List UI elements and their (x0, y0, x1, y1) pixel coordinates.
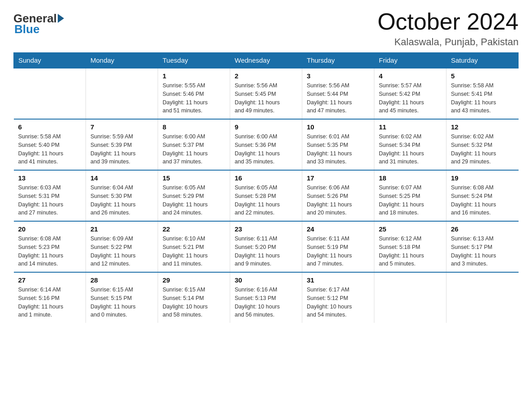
day-info: Sunrise: 6:08 AMSunset: 5:23 PMDaylight:… (18, 235, 82, 268)
calendar-week-0: 1Sunrise: 5:55 AMSunset: 5:46 PMDaylight… (14, 68, 519, 119)
calendar-cell: 8Sunrise: 6:00 AMSunset: 5:37 PMDaylight… (158, 119, 230, 170)
day-number: 28 (90, 276, 153, 284)
calendar-week-2: 13Sunrise: 6:03 AMSunset: 5:31 PMDayligh… (14, 170, 519, 221)
calendar-cell: 5Sunrise: 5:58 AMSunset: 5:41 PMDaylight… (446, 68, 519, 119)
day-info: Sunrise: 6:07 AMSunset: 5:25 PMDaylight:… (379, 184, 442, 217)
day-number: 24 (307, 225, 369, 233)
calendar-cell (86, 68, 158, 119)
calendar-cell: 1Sunrise: 5:55 AMSunset: 5:46 PMDaylight… (158, 68, 230, 119)
day-number: 21 (90, 225, 153, 233)
day-number: 6 (18, 123, 82, 131)
page-header: General Blue October 2024 Kalaswala, Pun… (13, 9, 519, 48)
day-info: Sunrise: 6:02 AMSunset: 5:32 PMDaylight:… (451, 133, 514, 166)
day-info: Sunrise: 5:56 AMSunset: 5:44 PMDaylight:… (307, 81, 369, 115)
calendar-cell: 26Sunrise: 6:13 AMSunset: 5:17 PMDayligh… (446, 221, 519, 272)
calendar-cell: 12Sunrise: 6:02 AMSunset: 5:32 PMDayligh… (446, 119, 519, 170)
day-number: 14 (90, 174, 153, 182)
day-number: 20 (18, 225, 82, 233)
day-info: Sunrise: 6:09 AMSunset: 5:22 PMDaylight:… (90, 235, 153, 268)
day-info: Sunrise: 5:57 AMSunset: 5:42 PMDaylight:… (379, 81, 442, 115)
calendar-cell: 27Sunrise: 6:14 AMSunset: 5:16 PMDayligh… (14, 272, 86, 323)
day-number: 16 (235, 174, 297, 182)
calendar-cell: 25Sunrise: 6:12 AMSunset: 5:18 PMDayligh… (374, 221, 446, 272)
day-info: Sunrise: 6:11 AMSunset: 5:20 PMDaylight:… (235, 235, 297, 268)
logo: General Blue (13, 9, 64, 36)
day-info: Sunrise: 6:08 AMSunset: 5:24 PMDaylight:… (451, 184, 514, 217)
calendar-table: Sunday Monday Tuesday Wednesday Thursday… (13, 52, 519, 323)
day-number: 12 (451, 123, 514, 131)
day-number: 23 (235, 225, 297, 233)
day-number: 29 (163, 276, 225, 284)
day-info: Sunrise: 5:55 AMSunset: 5:46 PMDaylight:… (163, 81, 225, 115)
day-number: 31 (307, 276, 369, 284)
day-info: Sunrise: 6:13 AMSunset: 5:17 PMDaylight:… (451, 235, 514, 268)
calendar-cell: 21Sunrise: 6:09 AMSunset: 5:22 PMDayligh… (86, 221, 158, 272)
day-info: Sunrise: 6:02 AMSunset: 5:34 PMDaylight:… (379, 133, 442, 166)
day-number: 15 (163, 174, 225, 182)
day-info: Sunrise: 5:58 AMSunset: 5:41 PMDaylight:… (451, 81, 514, 115)
day-info: Sunrise: 6:00 AMSunset: 5:36 PMDaylight:… (235, 133, 297, 166)
day-number: 5 (451, 72, 514, 80)
calendar-cell: 28Sunrise: 6:15 AMSunset: 5:15 PMDayligh… (86, 272, 158, 323)
col-monday: Monday (86, 53, 158, 68)
col-thursday: Thursday (302, 53, 374, 68)
calendar-cell: 31Sunrise: 6:17 AMSunset: 5:12 PMDayligh… (302, 272, 374, 323)
day-info: Sunrise: 6:15 AMSunset: 5:15 PMDaylight:… (90, 286, 153, 319)
col-saturday: Saturday (446, 53, 519, 68)
day-number: 7 (90, 123, 153, 131)
day-number: 8 (163, 123, 225, 131)
logo-arrow-icon (58, 14, 64, 23)
day-number: 26 (451, 225, 514, 233)
day-info: Sunrise: 6:16 AMSunset: 5:13 PMDaylight:… (235, 286, 297, 319)
calendar-week-3: 20Sunrise: 6:08 AMSunset: 5:23 PMDayligh… (14, 221, 519, 272)
day-info: Sunrise: 6:00 AMSunset: 5:37 PMDaylight:… (163, 133, 225, 166)
day-number: 17 (307, 174, 369, 182)
calendar-week-1: 6Sunrise: 5:58 AMSunset: 5:40 PMDaylight… (14, 119, 519, 170)
col-friday: Friday (374, 53, 446, 68)
calendar-cell: 30Sunrise: 6:16 AMSunset: 5:13 PMDayligh… (230, 272, 302, 323)
calendar-cell: 24Sunrise: 6:11 AMSunset: 5:19 PMDayligh… (302, 221, 374, 272)
calendar-cell: 7Sunrise: 5:59 AMSunset: 5:39 PMDaylight… (86, 119, 158, 170)
calendar-cell: 4Sunrise: 5:57 AMSunset: 5:42 PMDaylight… (374, 68, 446, 119)
day-number: 9 (235, 123, 297, 131)
calendar-cell (14, 68, 86, 119)
calendar-cell: 18Sunrise: 6:07 AMSunset: 5:25 PMDayligh… (374, 170, 446, 221)
location-subtitle: Kalaswala, Punjab, Pakistan (378, 36, 519, 48)
day-number: 10 (307, 123, 369, 131)
calendar-cell: 9Sunrise: 6:00 AMSunset: 5:36 PMDaylight… (230, 119, 302, 170)
day-number: 30 (235, 276, 297, 284)
day-info: Sunrise: 6:17 AMSunset: 5:12 PMDaylight:… (307, 286, 369, 319)
month-title: October 2024 (378, 9, 519, 34)
day-info: Sunrise: 6:05 AMSunset: 5:28 PMDaylight:… (235, 184, 297, 217)
calendar-cell: 23Sunrise: 6:11 AMSunset: 5:20 PMDayligh… (230, 221, 302, 272)
day-number: 18 (379, 174, 442, 182)
calendar-cell: 11Sunrise: 6:02 AMSunset: 5:34 PMDayligh… (374, 119, 446, 170)
header-row: Sunday Monday Tuesday Wednesday Thursday… (14, 53, 519, 68)
title-block: October 2024 Kalaswala, Punjab, Pakistan (378, 9, 519, 48)
day-info: Sunrise: 6:06 AMSunset: 5:26 PMDaylight:… (307, 184, 369, 217)
calendar-cell: 19Sunrise: 6:08 AMSunset: 5:24 PMDayligh… (446, 170, 519, 221)
calendar-cell: 13Sunrise: 6:03 AMSunset: 5:31 PMDayligh… (14, 170, 86, 221)
calendar-cell (374, 272, 446, 323)
calendar-cell: 3Sunrise: 5:56 AMSunset: 5:44 PMDaylight… (302, 68, 374, 119)
calendar-week-4: 27Sunrise: 6:14 AMSunset: 5:16 PMDayligh… (14, 272, 519, 323)
day-number: 13 (18, 174, 82, 182)
calendar-cell: 17Sunrise: 6:06 AMSunset: 5:26 PMDayligh… (302, 170, 374, 221)
calendar-cell: 10Sunrise: 6:01 AMSunset: 5:35 PMDayligh… (302, 119, 374, 170)
day-info: Sunrise: 6:10 AMSunset: 5:21 PMDaylight:… (163, 235, 225, 268)
calendar-cell: 14Sunrise: 6:04 AMSunset: 5:30 PMDayligh… (86, 170, 158, 221)
day-info: Sunrise: 5:56 AMSunset: 5:45 PMDaylight:… (235, 81, 297, 115)
calendar-cell: 2Sunrise: 5:56 AMSunset: 5:45 PMDaylight… (230, 68, 302, 119)
logo-blue: Blue (13, 22, 39, 36)
day-info: Sunrise: 6:03 AMSunset: 5:31 PMDaylight:… (18, 184, 82, 217)
calendar-cell: 15Sunrise: 6:05 AMSunset: 5:29 PMDayligh… (158, 170, 230, 221)
col-tuesday: Tuesday (158, 53, 230, 68)
day-number: 1 (163, 72, 225, 80)
day-info: Sunrise: 6:14 AMSunset: 5:16 PMDaylight:… (18, 286, 82, 319)
day-number: 3 (307, 72, 369, 80)
col-sunday: Sunday (14, 53, 86, 68)
day-info: Sunrise: 5:58 AMSunset: 5:40 PMDaylight:… (18, 133, 82, 166)
day-number: 22 (163, 225, 225, 233)
day-number: 19 (451, 174, 514, 182)
calendar-body: 1Sunrise: 5:55 AMSunset: 5:46 PMDaylight… (14, 68, 519, 323)
